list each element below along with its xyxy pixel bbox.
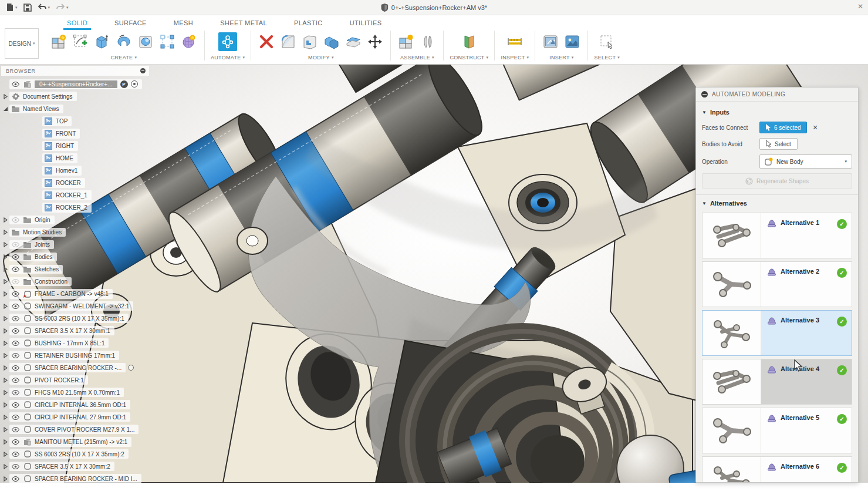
expand-arrow-icon[interactable] — [1, 304, 9, 309]
visibility-eye-icon[interactable] — [11, 304, 20, 309]
alternative-info[interactable]: Alternative 2✓ — [761, 262, 852, 307]
expand-arrow-icon[interactable] — [1, 452, 9, 457]
visibility-eye-icon[interactable] — [11, 217, 20, 223]
create-sketch-icon[interactable] — [71, 32, 90, 51]
regenerate-shapes-button[interactable]: Regenerate Shapes — [702, 173, 852, 189]
alternative-thumbnail[interactable] — [702, 262, 761, 307]
expand-arrow-icon[interactable] — [1, 353, 9, 358]
expand-arrow-icon[interactable] — [1, 94, 9, 99]
expand-arrow-icon[interactable] — [1, 365, 9, 371]
alternative-row[interactable]: Alternative 5✓ — [702, 408, 852, 453]
group-label-automate[interactable]: AUTOMATE▾ — [211, 55, 245, 60]
visibility-eye-icon[interactable] — [11, 427, 20, 432]
expand-arrow-icon[interactable] — [1, 390, 9, 395]
tab-mesh[interactable]: MESH — [170, 18, 197, 29]
browser-tree-item[interactable]: RETAINER BUSHING 17mm:1 — [1, 349, 149, 361]
browser-tree-item[interactable]: SS 6003 2RS (10 X 17 X 35mm):1 — [1, 312, 149, 324]
measure-icon[interactable] — [505, 32, 524, 51]
browser-tree-item[interactable]: PIVOT ROCKER:1 — [1, 374, 149, 386]
visibility-eye-icon[interactable] — [11, 353, 20, 358]
alternative-info[interactable]: Alternative 4✓ — [761, 359, 852, 404]
alternative-thumbnail[interactable] — [702, 408, 761, 453]
tab-solid[interactable]: SOLID — [63, 18, 91, 29]
expand-arrow-icon[interactable] — [1, 291, 9, 297]
close-icon[interactable]: ✕ — [857, 2, 863, 11]
alternative-row[interactable]: Alternative 4✓ — [702, 359, 852, 405]
browser-tree-item[interactable]: Document Settings — [1, 90, 149, 102]
browser-tree-item[interactable]: FRAME - CARBON -> v48:1 — [1, 288, 149, 300]
group-label-modify[interactable]: MODIFY▾ — [308, 55, 334, 60]
browser-tree-item[interactable]: FRONT — [1, 127, 149, 139]
visibility-eye-icon[interactable] — [11, 254, 20, 260]
undo-button[interactable]: ▾ — [38, 4, 50, 11]
shell-icon[interactable] — [300, 32, 319, 51]
create-form-icon[interactable] — [180, 32, 198, 51]
clear-selection-icon[interactable]: ✕ — [813, 124, 818, 132]
browser-tree-item[interactable]: BUSHING - 17mm X 85L:1 — [1, 337, 149, 349]
browser-tree-item[interactable]: Origin — [1, 214, 149, 226]
browser-tree-item[interactable]: Bodies — [1, 251, 149, 263]
alternative-info[interactable]: Alternative 6✓ — [761, 457, 852, 483]
browser-tree-item[interactable]: SPACER BEARING ROCKER - MID I... — [1, 473, 149, 485]
browser-tree-item[interactable]: SPACER BEARING ROCKER -... — [1, 362, 149, 374]
alternative-row[interactable]: Alternative 6✓ — [702, 456, 852, 483]
group-label-inspect[interactable]: INSPECT▾ — [501, 55, 529, 60]
activate-component-radio[interactable] — [131, 80, 138, 88]
group-label-select[interactable]: SELECT▾ — [594, 55, 620, 60]
expand-arrow-icon[interactable] — [1, 217, 9, 223]
browser-tree-item[interactable]: Motion Studies — [1, 226, 149, 238]
browser-tree-item[interactable]: SWINGARM - WELDMENT -> v32:1 — [1, 300, 149, 312]
canvas-icon[interactable] — [563, 32, 582, 51]
expand-arrow-icon[interactable] — [1, 464, 9, 469]
expand-arrow-icon[interactable] — [1, 230, 9, 235]
expand-arrow-icon[interactable] — [1, 378, 9, 383]
visibility-eye-icon[interactable] — [11, 365, 20, 371]
alternative-row[interactable]: Alternative 2✓ — [702, 261, 852, 307]
redo-button[interactable]: ▾ — [56, 4, 69, 11]
bodies-select-button[interactable]: Select — [759, 138, 798, 150]
browser-root-item[interactable]: 0+-+Suspension+Rocker+...P — [1, 78, 149, 90]
alternative-info[interactable]: Alternative 1✓ — [761, 213, 852, 258]
expand-arrow-icon[interactable] — [1, 106, 9, 112]
group-label-construct[interactable]: CONSTRUCT▾ — [450, 55, 488, 60]
browser-tree-item[interactable]: ROCKER_1 — [1, 189, 149, 201]
expand-arrow-icon[interactable] — [1, 341, 9, 346]
visibility-eye-icon[interactable] — [11, 82, 20, 87]
browser-tree-item[interactable]: Sketches — [1, 263, 149, 275]
browser-tree-item[interactable]: MANITOU METEL (215mm) -> v2:1 — [1, 436, 149, 448]
panel-collapse-icon[interactable] — [701, 91, 708, 97]
workspace-switcher[interactable]: DESIGN ▾ — [5, 28, 39, 59]
alternative-thumbnail[interactable] — [702, 359, 761, 404]
operation-dropdown[interactable]: New Body ▾ — [759, 154, 852, 169]
browser-collapse-icon[interactable] — [140, 68, 146, 73]
browser-tree-item[interactable]: Joints — [1, 238, 149, 250]
alternative-row[interactable]: Alternative 3✓ — [702, 310, 852, 356]
tab-utilities[interactable]: UTILITIES — [346, 18, 386, 29]
expand-arrow-icon[interactable] — [1, 279, 9, 284]
automated-modeling-icon[interactable] — [218, 32, 237, 51]
expand-arrow-icon[interactable] — [1, 316, 9, 321]
select-icon[interactable] — [597, 32, 616, 51]
browser-tree-item[interactable]: Named Views — [1, 103, 149, 115]
expand-arrow-icon[interactable] — [1, 427, 9, 432]
visibility-eye-icon[interactable] — [11, 415, 20, 420]
joint-icon[interactable] — [418, 32, 437, 51]
alternatives-section-header[interactable]: ▼ Alternatives — [702, 200, 852, 207]
group-label-assemble[interactable]: ASSEMBLE▾ — [400, 55, 434, 60]
browser-tree-item[interactable]: Homev1 — [1, 164, 149, 176]
tab-surface[interactable]: SURFACE — [111, 18, 150, 29]
save-button[interactable] — [23, 4, 32, 12]
visibility-eye-icon[interactable] — [11, 316, 20, 321]
move-icon[interactable] — [366, 32, 384, 51]
visibility-eye-icon[interactable] — [11, 291, 20, 297]
insert-derive-icon[interactable] — [541, 32, 560, 51]
extrude-icon[interactable] — [93, 32, 112, 51]
browser-tree-item[interactable]: ROCKER_2 — [1, 201, 149, 213]
inputs-section-header[interactable]: ▼ Inputs — [702, 109, 852, 116]
delete-icon[interactable] — [257, 32, 276, 51]
alternative-info[interactable]: Alternative 3✓ — [761, 311, 852, 355]
revolve-icon[interactable] — [114, 32, 133, 51]
expand-arrow-icon[interactable] — [1, 242, 9, 247]
expand-arrow-icon[interactable] — [1, 402, 9, 408]
visibility-eye-icon[interactable] — [11, 341, 20, 346]
